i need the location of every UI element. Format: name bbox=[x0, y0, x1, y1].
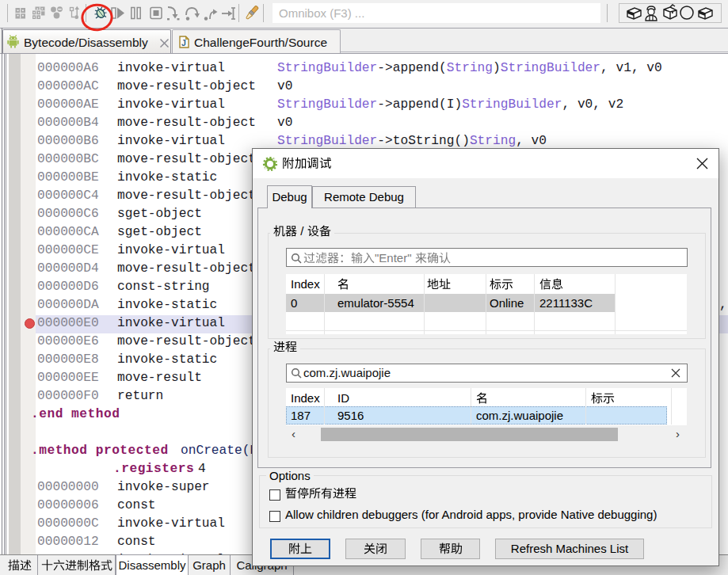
svg-text:J: J bbox=[181, 38, 186, 48]
